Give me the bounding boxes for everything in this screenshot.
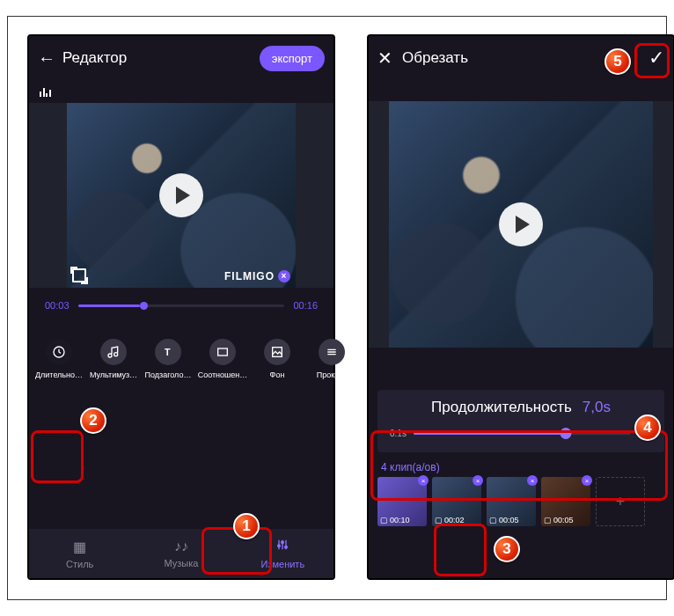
bottom-nav: ▦ Стиль ♪♪ Музыка Изменить <box>29 529 333 578</box>
tool-scroll[interactable]: Прокр… <box>305 339 358 379</box>
duration-min: 0.1s <box>390 429 407 438</box>
style-icon: ▦ <box>73 539 86 555</box>
export-button[interactable]: экспорт <box>260 46 325 71</box>
timeline-track[interactable] <box>78 304 285 307</box>
remove-clip-icon[interactable]: × <box>473 475 483 486</box>
phone-trim: ✕ Обрезать ✓ Продолжительность 7,0s 0.1s <box>367 34 674 580</box>
svg-rect-3 <box>273 348 282 357</box>
tool-multimusic[interactable]: Мультимуз… <box>87 339 140 379</box>
watermark: FILMIGO × <box>224 270 290 282</box>
tool-background[interactable]: Фон <box>251 339 304 379</box>
background-icon <box>264 339 290 365</box>
text-icon: T <box>155 339 181 365</box>
fullscreen-icon[interactable] <box>72 268 86 282</box>
tool-row: Длительно… Мультимуз… T Подзаголо… Соотн… <box>29 323 333 395</box>
back-icon[interactable]: ← <box>38 48 62 69</box>
phone-editor: ← Редактор экспорт FILMIGO × 00:03 <box>27 34 335 580</box>
step-badge-5: 5 <box>604 48 631 75</box>
tool-ratio[interactable]: Соотношен… <box>196 339 249 379</box>
tool-duration[interactable]: Длительно… <box>33 339 85 379</box>
duration-value: 7,0s <box>582 399 611 416</box>
editor-title: Редактор <box>62 49 260 67</box>
image-icon: ▢ <box>435 516 443 524</box>
step-badge-4: 4 <box>634 414 661 441</box>
clip-item[interactable]: × ▢ 00:10 <box>377 477 427 526</box>
duration-label: Продолжительность <box>431 399 572 416</box>
audio-wave-bar <box>29 80 333 103</box>
clip-item[interactable]: × ▢ 00:05 <box>487 477 536 526</box>
video-preview[interactable]: FILMIGO × <box>67 103 296 288</box>
clip-item[interactable]: × ▢ 00:02 <box>432 477 481 526</box>
duration-panel: Продолжительность 7,0s 0.1s 10s <box>377 390 664 452</box>
remove-clip-icon[interactable]: × <box>418 475 429 486</box>
remove-clip-icon[interactable]: × <box>527 475 538 486</box>
step-badge-2: 2 <box>80 407 106 434</box>
confirm-icon[interactable]: ✓ <box>648 47 664 70</box>
sliders-icon <box>275 538 289 555</box>
clip-item[interactable]: × ▢ 00:05 <box>541 477 590 526</box>
time-current: 00:03 <box>45 300 70 311</box>
nav-style[interactable]: ▦ Стиль <box>29 529 130 578</box>
svg-rect-2 <box>218 348 228 356</box>
music-icon <box>100 339 127 365</box>
step-badge-3: 3 <box>494 536 520 562</box>
play-icon[interactable] <box>499 202 543 246</box>
plus-icon: + <box>616 494 626 510</box>
image-icon: ▢ <box>380 516 388 524</box>
music-nav-icon: ♪♪ <box>174 539 188 554</box>
equalizer-icon[interactable] <box>40 86 52 97</box>
nav-music[interactable]: ♪♪ Музыка <box>130 529 231 578</box>
svg-text:T: T <box>165 347 171 357</box>
timeline[interactable]: 00:03 00:16 <box>29 288 333 323</box>
svg-point-6 <box>285 546 288 548</box>
remove-clip-icon[interactable]: × <box>582 475 592 486</box>
trim-video-preview[interactable] <box>389 101 653 348</box>
step-badge-1: 1 <box>233 513 260 539</box>
time-total: 00:16 <box>293 300 318 311</box>
scroll-icon <box>319 339 345 365</box>
duration-slider[interactable] <box>414 432 631 435</box>
svg-point-5 <box>282 541 284 544</box>
ratio-icon <box>209 339 236 365</box>
trim-preview-area <box>369 101 673 348</box>
clips-count: 4 клип(а/ов) <box>369 452 673 477</box>
tutorial-frame: ← Редактор экспорт FILMIGO × 00:03 <box>7 16 667 600</box>
svg-point-4 <box>278 545 281 547</box>
editor-topbar: ← Редактор экспорт <box>29 36 333 80</box>
clock-icon <box>46 339 72 365</box>
image-icon: ▢ <box>489 516 497 524</box>
watermark-text: FILMIGO <box>224 270 275 282</box>
clip-strip: × ▢ 00:10 × ▢ 00:02 × ▢ 00:05 × ▢ 00 <box>369 477 673 526</box>
play-icon[interactable] <box>159 173 203 217</box>
preview-area: FILMIGO × <box>29 103 333 288</box>
remove-watermark-icon[interactable]: × <box>278 270 290 282</box>
add-clip-button[interactable]: + <box>596 477 645 526</box>
tool-subtitle[interactable]: T Подзаголо… <box>142 339 194 379</box>
close-icon[interactable]: ✕ <box>377 48 402 69</box>
image-icon: ▢ <box>544 516 552 524</box>
